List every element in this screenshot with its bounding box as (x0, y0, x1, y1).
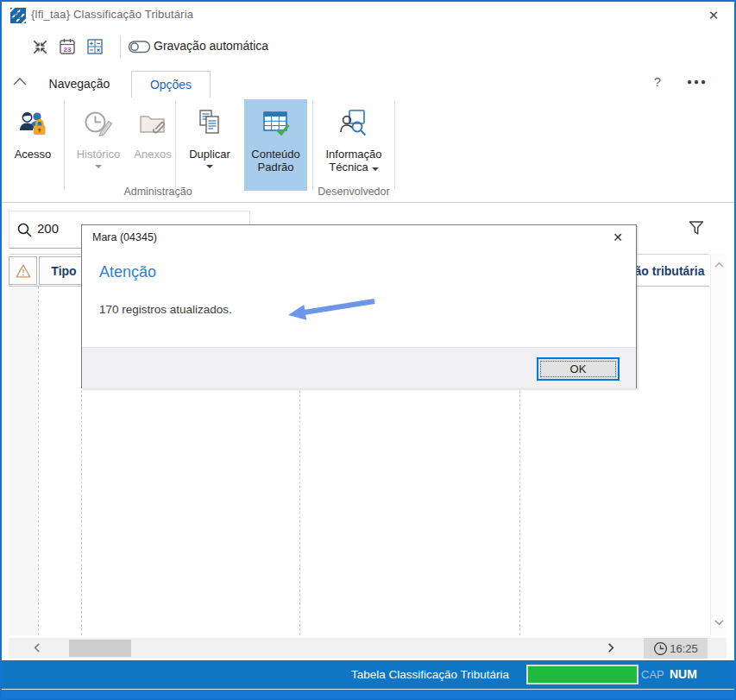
toolbar-divider (120, 35, 121, 58)
calendar-button[interactable]: 23 (57, 36, 78, 57)
scroll-right-icon[interactable] (607, 642, 620, 654)
group-label-desenvolvedor: Desenvolvedor (314, 186, 393, 198)
scroll-left-icon[interactable] (33, 642, 45, 654)
more-options-button[interactable]: ●●● (683, 73, 712, 91)
vertical-scrollbar[interactable] (710, 254, 727, 635)
technical-info-person-magnifier-icon (337, 99, 370, 148)
ribbon-button-conteudo-padrao[interactable]: Conteúdo Padrão (244, 99, 307, 191)
column-header-classificacao-tributaria[interactable]: ão tributária (636, 255, 709, 287)
dropdown-caret-icon (372, 167, 379, 171)
progress-bar (526, 665, 638, 684)
ribbon-button-label: Informação Técnica (318, 148, 390, 173)
warning-icon (13, 262, 34, 281)
ribbon-button-label: Anexos (134, 148, 171, 161)
filter-funnel-icon (688, 219, 705, 236)
search-icon (16, 222, 34, 239)
window-title: {lfi_taa} Classificação Tributária (31, 8, 193, 21)
status-text: Tabela Classificação Tributária (2, 660, 509, 689)
quick-access-toolbar: 23 Gravação automática (2, 28, 734, 66)
num-lock-indicator: NUM (670, 660, 697, 689)
horizontal-scrollbar[interactable]: 16:25 (9, 638, 727, 659)
scrollbar-thumb[interactable] (69, 640, 131, 657)
ribbon-button-label: Conteúdo Padrão (244, 148, 307, 173)
dialog-title: Mara (04345) (92, 231, 157, 243)
dialog-close-button[interactable]: ✕ (607, 227, 629, 248)
dialog-heading: Atenção (99, 263, 156, 281)
time-text: 16:25 (670, 642, 698, 655)
app-logo-icon (10, 8, 26, 23)
window-close-button[interactable]: ✕ (701, 5, 726, 26)
tab-opcoes[interactable]: Opções (131, 71, 211, 98)
ribbon-button-acesso[interactable]: Acesso (9, 99, 57, 191)
dialog-message: 170 registros atualizados. (99, 303, 232, 316)
search-value: 200 (37, 221, 59, 236)
access-users-lock-icon (16, 99, 49, 148)
ribbon-button-informacao-tecnica[interactable]: Informação Técnica (318, 99, 390, 191)
calculator-button[interactable] (85, 36, 105, 57)
ribbon-button-duplicar[interactable]: Duplicar (179, 99, 241, 191)
row-gutter (9, 287, 37, 635)
ribbon-tab-row: Navegação Opções ? ●●● (2, 66, 734, 98)
titlebar: {lfi_taa} Classificação Tributária ✕ (2, 2, 734, 28)
app-window: {lfi_taa} Classificação Tributária ✕ 23 (0, 0, 736, 700)
collapse-window-icon[interactable] (29, 36, 50, 57)
ribbon-separator (64, 101, 65, 189)
help-button[interactable]: ? (648, 73, 667, 91)
autosave-toggle[interactable] (127, 36, 151, 57)
scroll-down-icon[interactable] (714, 619, 725, 627)
ribbon-button-historico: Histórico (67, 99, 129, 191)
status-bar: Tabela Classificação Tributária CAP NUM (2, 660, 734, 689)
default-content-table-check-icon (260, 99, 293, 148)
history-clock-pencil-icon (82, 99, 115, 148)
clock-icon (653, 641, 668, 656)
ribbon-button-anexos: Anexos (131, 99, 174, 191)
collapse-ribbon-button[interactable] (10, 73, 29, 89)
filter-button[interactable] (686, 218, 707, 238)
tab-navegacao[interactable]: Navegação (36, 71, 123, 98)
caps-lock-indicator: CAP (641, 660, 664, 689)
ribbon-separator (312, 101, 313, 189)
autosave-label: Gravação automática (154, 39, 268, 53)
dialog-titlebar[interactable]: Mara (04345) ✕ (82, 225, 636, 249)
dialog-footer: OK (82, 347, 636, 388)
ribbon-button-label: Duplicar (189, 148, 230, 161)
ribbon-button-label: Histórico (77, 148, 121, 161)
ribbon-separator (175, 101, 176, 189)
ribbon-button-label: Acesso (15, 148, 52, 161)
dropdown-caret-icon (95, 165, 102, 168)
calendar-day-text: 23 (64, 46, 72, 54)
ok-button[interactable]: OK (537, 357, 620, 381)
scroll-up-icon[interactable] (714, 261, 725, 268)
column-header-warning[interactable] (9, 256, 37, 285)
dropdown-caret-icon (206, 165, 213, 168)
duplicate-documents-icon (193, 99, 226, 148)
arrow-annotation-icon (278, 290, 383, 330)
column-divider (38, 287, 39, 635)
group-label-administracao: Administração (66, 186, 250, 198)
ribbon: Acesso Histórico Anexos (2, 98, 734, 203)
window-bottom-strip (2, 690, 734, 700)
attachments-folder-icon (136, 99, 169, 148)
time-badge: 16:25 (644, 638, 708, 659)
ribbon-separator (394, 101, 395, 189)
